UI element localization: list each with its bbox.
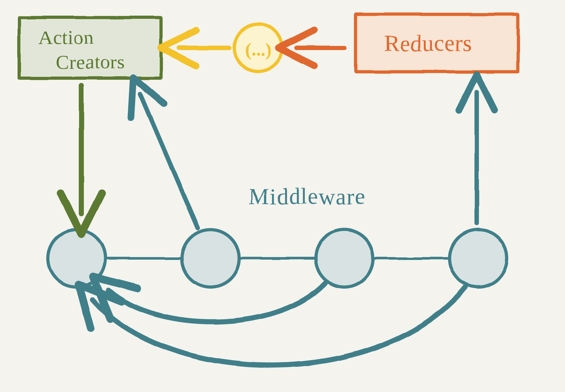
middleware-node-2 xyxy=(182,230,239,287)
middleware-node-4 xyxy=(450,230,507,287)
middleware-node-1 xyxy=(48,230,105,287)
middleware-chain xyxy=(48,230,507,287)
reducers-label: Reducers xyxy=(384,31,472,56)
action-creators-box: Action Creators xyxy=(19,18,161,78)
connector-circle: (...) xyxy=(234,24,282,72)
middleware-node-3 xyxy=(316,230,373,287)
reducers-box: Reducers xyxy=(356,14,518,72)
arrow-middleware4-back-to-1 xyxy=(92,287,466,365)
connector-label: (...) xyxy=(245,39,272,60)
action-creators-line1: Action xyxy=(38,26,94,48)
action-creators-line2: Creators xyxy=(56,51,125,73)
redux-flow-diagram: Action Creators Reducers (...) Middlewar… xyxy=(0,0,565,392)
arrow-middleware3-back-to-1 xyxy=(108,283,325,322)
arrow-middleware2-to-action-creators xyxy=(140,94,198,228)
middleware-label: Middleware xyxy=(249,184,366,209)
